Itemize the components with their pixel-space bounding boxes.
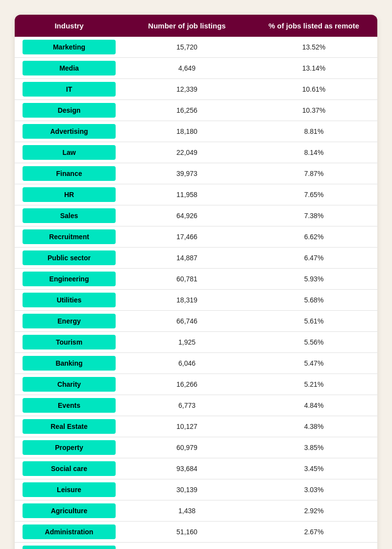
table-row: Design16,25610.37% bbox=[15, 100, 377, 121]
table-row: Real Estate10,1274.38% bbox=[15, 416, 377, 437]
industry-cell: Utilities bbox=[15, 290, 123, 311]
industry-label: Real Estate bbox=[23, 419, 116, 434]
listings-cell: 6,046 bbox=[123, 353, 250, 374]
industry-label: Advertising bbox=[23, 124, 116, 139]
remote-cell: 5.47% bbox=[250, 353, 377, 374]
header-remote: % of jobs listed as remote bbox=[250, 15, 377, 37]
table-row: Advertising18,1808.81% bbox=[15, 121, 377, 142]
industry-cell: Logistics bbox=[15, 543, 123, 549]
table-row: Engineering60,7815.93% bbox=[15, 269, 377, 290]
remote-cell: 5.56% bbox=[250, 332, 377, 353]
listings-cell: 16,256 bbox=[123, 100, 250, 121]
industry-label: Social care bbox=[23, 461, 116, 476]
remote-cell: 4.84% bbox=[250, 395, 377, 416]
industry-label: Events bbox=[23, 398, 116, 413]
industry-label: Banking bbox=[23, 356, 116, 371]
industry-cell: Agriculture bbox=[15, 500, 123, 522]
remote-cell: 10.37% bbox=[250, 100, 377, 121]
table-row: Law22,0498.14% bbox=[15, 142, 377, 163]
industry-label: Recruitment bbox=[23, 229, 116, 244]
remote-cell: 13.52% bbox=[250, 37, 377, 58]
table-row: Property60,9793.85% bbox=[15, 437, 377, 458]
industry-cell: Leisure bbox=[15, 479, 123, 500]
remote-cell: 5.68% bbox=[250, 290, 377, 311]
industry-label: Property bbox=[23, 440, 116, 455]
table-header-row: Industry Number of job listings % of job… bbox=[15, 15, 377, 37]
listings-cell: 18,180 bbox=[123, 121, 250, 142]
remote-cell: 4.38% bbox=[250, 416, 377, 437]
industry-label: HR bbox=[23, 187, 116, 202]
table-row: HR11,9587.65% bbox=[15, 184, 377, 205]
remote-cell: 3.03% bbox=[250, 479, 377, 500]
remote-cell: 5.93% bbox=[250, 269, 377, 290]
industry-cell: HR bbox=[15, 184, 123, 205]
listings-cell: 15,720 bbox=[123, 37, 250, 58]
table-row: Finance39,9737.87% bbox=[15, 163, 377, 184]
industry-label: Public sector bbox=[23, 250, 116, 265]
listings-cell: 6,773 bbox=[123, 395, 250, 416]
remote-cell: 7.38% bbox=[250, 205, 377, 226]
remote-cell: 3.45% bbox=[250, 458, 377, 479]
remote-cell: 7.87% bbox=[250, 163, 377, 184]
listings-cell: 64,926 bbox=[123, 205, 250, 226]
remote-cell: 8.81% bbox=[250, 121, 377, 142]
table-row: Agriculture1,4382.92% bbox=[15, 500, 377, 522]
industry-label: Engineering bbox=[23, 272, 116, 286]
industry-cell: Law bbox=[15, 142, 123, 163]
table-row: Marketing15,72013.52% bbox=[15, 37, 377, 58]
table-row: Leisure30,1393.03% bbox=[15, 479, 377, 500]
industry-label: Energy bbox=[23, 314, 116, 328]
industry-cell: IT bbox=[15, 79, 123, 100]
table-row: Media4,64913.14% bbox=[15, 58, 377, 79]
table-row: Social care93,6843.45% bbox=[15, 458, 377, 479]
industry-cell: Design bbox=[15, 100, 123, 121]
main-table-container: Industry Number of job listings % of job… bbox=[15, 15, 377, 549]
listings-cell: 14,887 bbox=[123, 248, 250, 269]
industry-table: Industry Number of job listings % of job… bbox=[15, 15, 377, 549]
table-row: Energy66,7465.61% bbox=[15, 311, 377, 332]
industry-label: IT bbox=[23, 82, 116, 97]
industry-cell: Finance bbox=[15, 163, 123, 184]
industry-label: Sales bbox=[23, 208, 116, 223]
listings-cell: 39,973 bbox=[123, 163, 250, 184]
industry-label: Logistics bbox=[23, 546, 116, 549]
industry-cell: Engineering bbox=[15, 269, 123, 290]
industry-cell: Recruitment bbox=[15, 226, 123, 248]
listings-cell: 30,139 bbox=[123, 479, 250, 500]
listings-cell: 66,746 bbox=[123, 311, 250, 332]
remote-cell: 13.14% bbox=[250, 58, 377, 79]
industry-cell: Events bbox=[15, 395, 123, 416]
industry-cell: Charity bbox=[15, 374, 123, 395]
table-row: Sales64,9267.38% bbox=[15, 205, 377, 226]
table-row: Charity16,2665.21% bbox=[15, 374, 377, 395]
listings-cell: 51,160 bbox=[123, 522, 250, 543]
industry-cell: Tourism bbox=[15, 332, 123, 353]
industry-label: Design bbox=[23, 103, 116, 118]
remote-cell: 8.14% bbox=[250, 142, 377, 163]
table-row: Banking6,0465.47% bbox=[15, 353, 377, 374]
industry-cell: Banking bbox=[15, 353, 123, 374]
remote-cell: 5.21% bbox=[250, 374, 377, 395]
remote-cell: 6.62% bbox=[250, 226, 377, 248]
industry-cell: Public sector bbox=[15, 248, 123, 269]
remote-cell: 6.47% bbox=[250, 248, 377, 269]
listings-cell: 60,979 bbox=[123, 437, 250, 458]
table-row: Administration51,1602.67% bbox=[15, 522, 377, 543]
industry-cell: Energy bbox=[15, 311, 123, 332]
industry-cell: Marketing bbox=[15, 37, 123, 58]
industry-label: Tourism bbox=[23, 335, 116, 349]
industry-label: Administration bbox=[23, 524, 116, 539]
industry-label: Agriculture bbox=[23, 503, 116, 518]
remote-cell: 10.61% bbox=[250, 79, 377, 100]
table-row: IT12,33910.61% bbox=[15, 79, 377, 100]
listings-cell: 93,684 bbox=[123, 458, 250, 479]
table-row: Tourism1,9255.56% bbox=[15, 332, 377, 353]
listings-cell: 10,127 bbox=[123, 416, 250, 437]
industry-cell: Advertising bbox=[15, 121, 123, 142]
table-row: Events6,7734.84% bbox=[15, 395, 377, 416]
remote-cell: 7.65% bbox=[250, 184, 377, 205]
header-industry: Industry bbox=[15, 15, 123, 37]
table-row: Recruitment17,4666.62% bbox=[15, 226, 377, 248]
industry-label: Utilities bbox=[23, 293, 116, 307]
table-row: Logistics9,3852.05% bbox=[15, 543, 377, 549]
